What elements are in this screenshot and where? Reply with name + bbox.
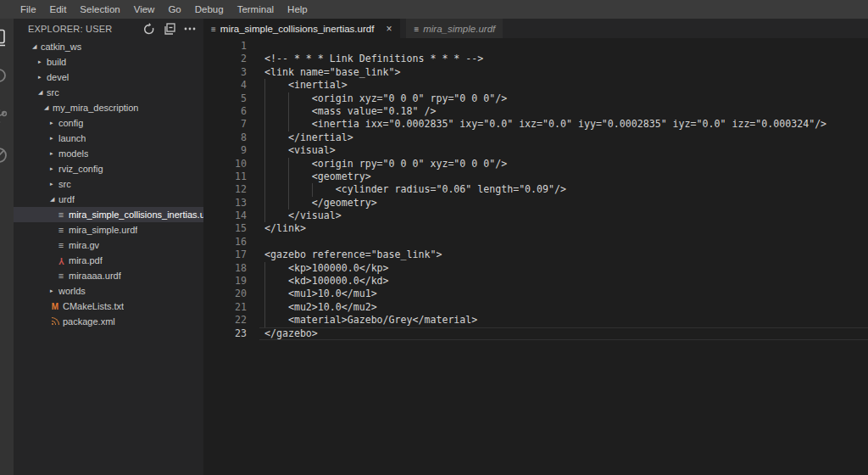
code-line[interactable]: 14 </visual>: [203, 210, 868, 222]
line-number: 13: [203, 197, 247, 210]
collapse-all-button[interactable]: [163, 22, 176, 36]
code-line[interactable]: 6 <mass value="0.18" />: [203, 105, 868, 118]
tree-item-mira-simple-collisions-inertias-urdf[interactable]: ≡mira_simple_collisions_inertias.urdf: [14, 207, 203, 222]
code-line[interactable]: 7 <inertia ixx="0.0002835" ixy="0.0" ixz…: [203, 118, 868, 131]
tree-item-config[interactable]: ▸config: [14, 115, 203, 131]
explorer-actions: [142, 22, 197, 36]
explorer-title: EXPLORER: USER: [28, 24, 142, 34]
line-number: 2: [203, 53, 247, 65]
code-text: </geometry>: [264, 197, 377, 210]
indent-guide: [264, 262, 265, 275]
code-text: </visual>: [264, 210, 342, 222]
menu-help[interactable]: Help: [281, 2, 314, 17]
code-line[interactable]: 1: [203, 40, 868, 53]
tree-item-src[interactable]: ◢src: [14, 85, 203, 100]
code-text: </gazebo>: [264, 327, 318, 340]
code-line[interactable]: 2<!-- * * * Link Definitions * * * -->: [203, 53, 868, 65]
tree-item-catkin-ws[interactable]: ◢catkin_ws: [14, 39, 203, 54]
explorer-sidebar: EXPLORER: USER ◢catkin_ws▸build▸devel◢sr…: [14, 19, 203, 475]
tree-item-build[interactable]: ▸build: [14, 54, 203, 70]
tree-item-label: mira.gv: [69, 240, 99, 250]
tree-item-mira-gv[interactable]: ≡mira.gv: [14, 238, 203, 253]
line-number: 20: [203, 288, 247, 300]
refresh-button[interactable]: [142, 22, 156, 36]
more-actions-button[interactable]: [183, 22, 197, 36]
chevron-collapsed-icon: ▸: [50, 161, 58, 176]
menu-view[interactable]: View: [127, 2, 162, 17]
tree-item-mira-pdf[interactable]: Ymira.pdf: [14, 253, 203, 268]
activity-bar: [0, 19, 14, 475]
tab-bar: ≡mira_simple_collisions_inertias.urdf×≡m…: [203, 19, 868, 38]
code-text: <mu1>10.0</mu1>: [264, 288, 377, 300]
files-icon[interactable]: [0, 19, 14, 58]
menu-file[interactable]: File: [14, 2, 43, 17]
search-icon[interactable]: [0, 58, 14, 97]
indent-guide: [264, 183, 265, 196]
code-line[interactable]: 3<link name="base_link">: [203, 66, 868, 79]
indent-guide: [288, 197, 289, 210]
cmake-icon: M: [52, 302, 58, 311]
debug-icon[interactable]: [0, 136, 14, 175]
tree-item-mira-simple-urdf[interactable]: ≡mira_simple.urdf: [14, 222, 203, 238]
tree-item-devel[interactable]: ▸devel: [14, 70, 203, 85]
tree-item-rviz-config[interactable]: ▸rviz_config: [14, 161, 203, 176]
menu-go[interactable]: Go: [161, 2, 187, 17]
menu-selection[interactable]: Selection: [73, 2, 126, 17]
indent-guide: [288, 158, 289, 170]
tree-item-src[interactable]: ▸src: [14, 176, 203, 192]
explorer-header: EXPLORER: USER: [14, 19, 203, 39]
code-line[interactable]: 20 <mu1>10.0</mu1>: [203, 288, 868, 300]
tree-item-worlds[interactable]: ▸worlds: [14, 283, 203, 299]
code-line[interactable]: 13 </geometry>: [203, 197, 868, 210]
tree-item-label: urdf: [58, 194, 75, 204]
line-number: 4: [203, 79, 247, 92]
line-number: 10: [203, 158, 247, 170]
code-editor[interactable]: 12<!-- * * * Link Definitions * * * -->3…: [203, 38, 868, 475]
menu-terminal[interactable]: Terminal: [231, 2, 281, 17]
tab-label: mira_simple.urdf: [423, 24, 495, 34]
indent-guide: [288, 183, 289, 196]
tab-mira-simple-urdf[interactable]: ≡mira_simple.urdf: [406, 19, 503, 38]
indent-guide: [288, 92, 289, 105]
line-number: 14: [203, 210, 247, 222]
code-line[interactable]: 12 <cylinder radius="0.06" length="0.09"…: [203, 183, 868, 196]
code-line[interactable]: 19 <kd>100000.0</kd>: [203, 275, 868, 288]
code-line[interactable]: 8 </inertial>: [203, 131, 868, 144]
tree-item-label: miraaaa.urdf: [69, 271, 121, 281]
menu-edit[interactable]: Edit: [43, 2, 74, 17]
line-number: 3: [203, 66, 247, 79]
code-line[interactable]: 22 <material>Gazebo/Grey</material>: [203, 314, 868, 327]
indent-guide: [264, 288, 265, 300]
code-line[interactable]: 21 <mu2>10.0</mu2>: [203, 301, 868, 314]
tree-item-package-xml[interactable]: package.xml: [14, 314, 203, 329]
chevron-collapsed-icon: ▸: [50, 131, 58, 146]
code-line[interactable]: 16: [203, 236, 868, 249]
code-line[interactable]: 5 <origin xyz="0 0 0" rpy="0 0 0"/>: [203, 92, 868, 105]
code-line[interactable]: 4 <inertial>: [203, 79, 868, 92]
tree-item-my-mira-description[interactable]: ◢my_mira_description: [14, 100, 203, 115]
line-number: 22: [203, 314, 247, 327]
line-number: 9: [203, 144, 247, 157]
code-line[interactable]: 10 <origin rpy="0 0 0" xyz="0 0 0"/>: [203, 158, 868, 170]
code-line[interactable]: 18 <kp>100000.0</kp>: [203, 262, 868, 275]
tree-item-cmakelists-txt[interactable]: MCMakeLists.txt: [14, 299, 203, 314]
tree-item-models[interactable]: ▸models: [14, 146, 203, 161]
tree-item-label: devel: [47, 72, 69, 82]
code-text: <mass value="0.18" />: [264, 105, 436, 118]
tree-item-urdf[interactable]: ◢urdf: [14, 192, 203, 207]
tree-item-miraaaa-urdf[interactable]: ≡miraaaa.urdf: [14, 268, 203, 283]
code-line[interactable]: 11 <geometry>: [203, 170, 868, 183]
code-line[interactable]: 17<gazebo reference="base_link">: [203, 249, 868, 261]
code-line[interactable]: 9 <visual>: [203, 144, 868, 157]
close-icon[interactable]: ×: [385, 23, 392, 35]
code-line[interactable]: 15</link>: [203, 222, 868, 235]
code-text: <visual>: [264, 144, 336, 157]
tree-item-launch[interactable]: ▸launch: [14, 131, 203, 146]
tree-item-label: mira_simple.urdf: [69, 225, 137, 235]
source-control-icon[interactable]: [0, 97, 14, 136]
tree-item-label: mira.pdf: [69, 255, 103, 265]
code-line[interactable]: 23</gazebo>: [203, 327, 868, 340]
menu-debug[interactable]: Debug: [188, 2, 231, 17]
tab-mira-simple-collisions-inertias-urdf[interactable]: ≡mira_simple_collisions_inertias.urdf×: [203, 19, 400, 38]
indent-guide: [264, 197, 265, 210]
